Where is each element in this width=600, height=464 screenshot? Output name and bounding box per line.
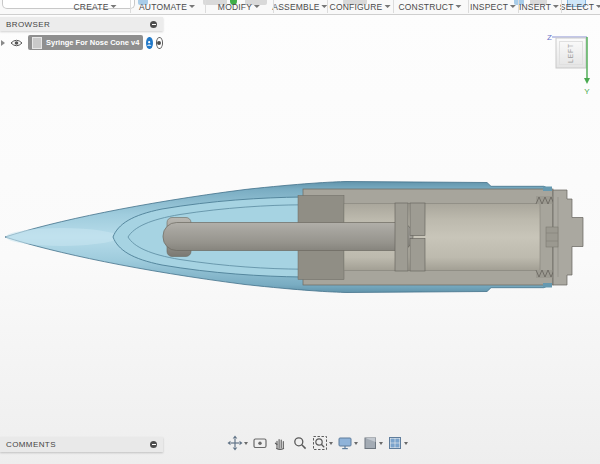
chevron-down-icon bbox=[510, 5, 516, 8]
chevron-down-icon bbox=[244, 442, 248, 445]
panel-options-icon[interactable] bbox=[150, 21, 157, 28]
zoom-tool-button[interactable] bbox=[291, 435, 309, 451]
y-axis-arrow bbox=[584, 78, 590, 84]
display-settings-button[interactable] bbox=[336, 435, 359, 451]
grid-settings-button[interactable] bbox=[361, 435, 384, 451]
chevron-down-icon bbox=[189, 5, 195, 8]
look-at-tool-button[interactable] bbox=[251, 435, 269, 451]
toolbar-divider bbox=[561, 0, 562, 13]
toolbar-divider bbox=[273, 0, 274, 13]
menu-select[interactable]: SELECT bbox=[560, 2, 600, 12]
menu-label: SELECT bbox=[560, 2, 594, 12]
viewports-button[interactable] bbox=[386, 435, 409, 451]
shell-end-ring bbox=[543, 187, 552, 192]
menu-label: INSERT bbox=[519, 2, 551, 12]
chevron-down-icon bbox=[329, 442, 333, 445]
z-axis-label: Z bbox=[547, 33, 552, 42]
menu-label: CREATE bbox=[73, 2, 108, 12]
toolbar-divider bbox=[468, 0, 469, 13]
menu-construct[interactable]: CONSTRUCT bbox=[398, 2, 461, 12]
chevron-down-icon bbox=[379, 442, 383, 445]
chevron-down-icon bbox=[254, 5, 260, 8]
browser-component-row[interactable]: Syringe For Nose Cone v4 bbox=[0, 35, 163, 50]
toolbar-divider bbox=[393, 0, 394, 13]
menu-automate[interactable]: AUTOMATE bbox=[139, 2, 195, 12]
chevron-down-icon bbox=[384, 5, 390, 8]
toolbar-divider bbox=[518, 0, 519, 13]
orbit-tool-button[interactable] bbox=[226, 435, 249, 451]
shell-end-ring bbox=[543, 283, 552, 288]
visibility-eye-icon[interactable] bbox=[10, 38, 23, 48]
browser-panel-header[interactable]: BROWSER bbox=[0, 17, 163, 31]
comments-panel-header[interactable]: COMMENTS bbox=[0, 437, 163, 452]
toolbar-divider bbox=[327, 0, 328, 13]
menu-label: ASSEMBLE bbox=[272, 2, 319, 12]
menu-label: MODIFY bbox=[218, 2, 252, 12]
chevron-down-icon bbox=[404, 442, 408, 445]
plunger-rod[interactable] bbox=[163, 223, 413, 251]
menu-inspect[interactable]: INSPECT bbox=[470, 2, 516, 12]
chevron-down-icon bbox=[354, 442, 358, 445]
navigation-bar bbox=[226, 434, 409, 452]
viewcube[interactable]: LEFT Z Y bbox=[538, 26, 600, 98]
viewcube-face-label: LEFT bbox=[567, 43, 574, 63]
chevron-down-icon bbox=[553, 5, 559, 8]
viewport-canvas bbox=[0, 14, 600, 464]
menu-label: CONFIGURE bbox=[330, 2, 383, 12]
menu-configure[interactable]: CONFIGURE bbox=[330, 2, 391, 12]
toolbar-divider bbox=[130, 0, 131, 13]
component-document-icon bbox=[32, 37, 42, 49]
panel-options-icon[interactable] bbox=[150, 441, 157, 448]
chevron-down-icon bbox=[596, 5, 600, 8]
menu-label: AUTOMATE bbox=[139, 2, 187, 12]
chevron-down-icon bbox=[111, 5, 117, 8]
fusion360-window: CREATE AUTOMATE MODIFY ASSEMBLE CONFIGUR… bbox=[0, 0, 600, 464]
collaborator-avatar-icon bbox=[146, 37, 152, 49]
pan-hand-tool-button[interactable] bbox=[271, 435, 289, 451]
zoom-window-tool-button[interactable] bbox=[311, 435, 334, 451]
menu-create[interactable]: CREATE bbox=[73, 2, 116, 12]
menu-insert[interactable]: INSERT bbox=[519, 2, 559, 12]
y-axis-label: Y bbox=[584, 87, 590, 96]
browser-panel-title: BROWSER bbox=[6, 20, 50, 29]
expand-chevron-icon[interactable] bbox=[1, 40, 5, 46]
menu-label: INSPECT bbox=[470, 2, 508, 12]
menu-label: CONSTRUCT bbox=[398, 2, 453, 12]
toolbar-divider bbox=[205, 0, 206, 13]
component-name: Syringe For Nose Cone v4 bbox=[46, 38, 139, 47]
menu-assemble[interactable]: ASSEMBLE bbox=[272, 2, 327, 12]
menu-modify[interactable]: MODIFY bbox=[218, 2, 260, 12]
chevron-down-icon bbox=[456, 5, 462, 8]
browser-panel: BROWSER Syringe For Nose Cone v4 bbox=[0, 17, 163, 50]
ribbon-toolbar: CREATE AUTOMATE MODIFY ASSEMBLE CONFIGUR… bbox=[0, 0, 600, 15]
component-item[interactable]: Syringe For Nose Cone v4 bbox=[28, 35, 143, 50]
comments-panel-title: COMMENTS bbox=[6, 440, 56, 449]
nose-cone-section-model[interactable] bbox=[0, 14, 600, 464]
activate-component-radio[interactable] bbox=[156, 37, 163, 49]
